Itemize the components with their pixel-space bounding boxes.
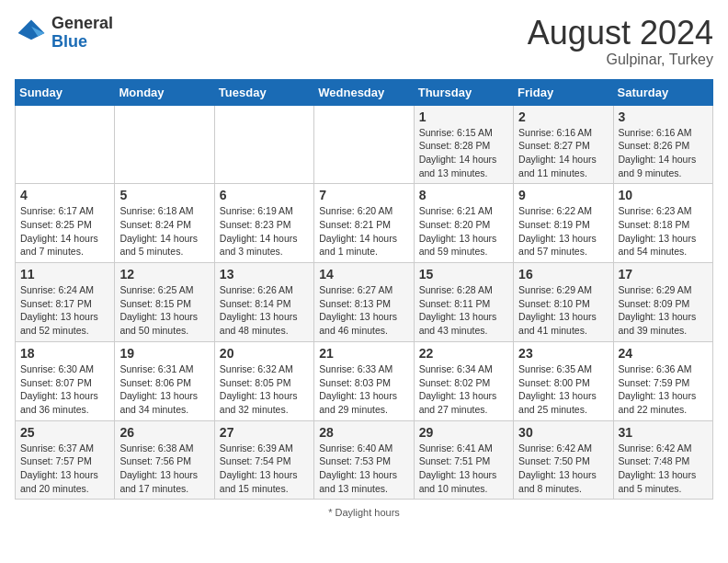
logo-text: General Blue	[51, 15, 113, 52]
calendar-cell: 3Sunrise: 6:16 AM Sunset: 8:26 PM Daylig…	[613, 105, 712, 184]
day-number: 10	[619, 188, 708, 202]
cell-info: Sunrise: 6:16 AM Sunset: 8:26 PM Dayligh…	[619, 126, 708, 180]
cell-info: Sunrise: 6:32 AM Sunset: 8:05 PM Dayligh…	[220, 362, 309, 417]
cell-info: Sunrise: 6:42 AM Sunset: 7:50 PM Dayligh…	[518, 442, 608, 496]
calendar-cell: 24Sunrise: 6:36 AM Sunset: 7:59 PM Dayli…	[613, 341, 712, 420]
cell-info: Sunrise: 6:18 AM Sunset: 8:24 PM Dayligh…	[119, 204, 209, 259]
day-header-sunday: Sunday	[16, 79, 115, 105]
calendar-cell	[314, 105, 414, 184]
calendar-cell: 25Sunrise: 6:37 AM Sunset: 7:57 PM Dayli…	[16, 420, 115, 500]
cell-info: Sunrise: 6:22 AM Sunset: 8:19 PM Dayligh…	[518, 204, 608, 259]
day-number: 1	[419, 109, 508, 124]
day-number: 18	[20, 346, 109, 361]
calendar-cell: 10Sunrise: 6:23 AM Sunset: 8:18 PM Dayli…	[613, 184, 712, 263]
cell-info: Sunrise: 6:34 AM Sunset: 8:02 PM Dayligh…	[419, 362, 508, 417]
cell-info: Sunrise: 6:21 AM Sunset: 8:20 PM Dayligh…	[419, 204, 508, 259]
calendar-cell: 26Sunrise: 6:38 AM Sunset: 7:56 PM Dayli…	[115, 420, 214, 500]
cell-info: Sunrise: 6:25 AM Sunset: 8:15 PM Dayligh…	[119, 283, 209, 338]
day-number: 12	[119, 267, 209, 282]
calendar-week-5: 25Sunrise: 6:37 AM Sunset: 7:57 PM Dayli…	[16, 420, 713, 500]
cell-info: Sunrise: 6:17 AM Sunset: 8:25 PM Dayligh…	[20, 204, 109, 259]
calendar-cell: 4Sunrise: 6:17 AM Sunset: 8:25 PM Daylig…	[16, 184, 115, 263]
title-block: August 2024 Gulpinar, Turkey	[528, 15, 713, 68]
logo-blue: Blue	[51, 32, 87, 51]
calendar-cell: 23Sunrise: 6:35 AM Sunset: 8:00 PM Dayli…	[514, 341, 613, 420]
calendar-cell: 27Sunrise: 6:39 AM Sunset: 7:54 PM Dayli…	[214, 420, 313, 500]
day-number: 3	[619, 109, 708, 124]
cell-info: Sunrise: 6:16 AM Sunset: 8:27 PM Dayligh…	[518, 126, 608, 180]
cell-info: Sunrise: 6:37 AM Sunset: 7:57 PM Dayligh…	[20, 442, 109, 496]
day-header-tuesday: Tuesday	[214, 79, 313, 105]
day-number: 16	[518, 267, 608, 282]
cell-info: Sunrise: 6:40 AM Sunset: 7:53 PM Dayligh…	[319, 442, 408, 496]
cell-info: Sunrise: 6:29 AM Sunset: 8:09 PM Dayligh…	[619, 283, 708, 338]
logo-icon	[15, 17, 48, 50]
day-number: 19	[119, 346, 209, 361]
day-number: 30	[518, 425, 608, 440]
day-number: 2	[518, 109, 608, 124]
cell-info: Sunrise: 6:29 AM Sunset: 8:10 PM Dayligh…	[518, 283, 608, 338]
day-number: 22	[419, 346, 508, 361]
day-number: 23	[518, 346, 608, 361]
cell-info: Sunrise: 6:15 AM Sunset: 8:28 PM Dayligh…	[419, 126, 508, 180]
calendar-cell: 12Sunrise: 6:25 AM Sunset: 8:15 PM Dayli…	[115, 263, 214, 342]
day-number: 7	[319, 188, 408, 202]
calendar-cell: 8Sunrise: 6:21 AM Sunset: 8:20 PM Daylig…	[414, 184, 513, 263]
day-header-saturday: Saturday	[613, 79, 712, 105]
logo-general: General	[51, 14, 113, 32]
cell-info: Sunrise: 6:28 AM Sunset: 8:11 PM Dayligh…	[419, 283, 508, 338]
calendar-cell: 18Sunrise: 6:30 AM Sunset: 8:07 PM Dayli…	[16, 341, 115, 420]
day-number: 13	[220, 267, 309, 282]
calendar-cell: 29Sunrise: 6:41 AM Sunset: 7:51 PM Dayli…	[414, 420, 513, 500]
calendar-cell: 20Sunrise: 6:32 AM Sunset: 8:05 PM Dayli…	[214, 341, 313, 420]
calendar-week-1: 1Sunrise: 6:15 AM Sunset: 8:28 PM Daylig…	[16, 105, 713, 184]
day-number: 6	[220, 188, 309, 202]
day-header-thursday: Thursday	[414, 79, 513, 105]
day-number: 24	[619, 346, 708, 361]
cell-info: Sunrise: 6:42 AM Sunset: 7:48 PM Dayligh…	[619, 442, 708, 496]
calendar-cell: 7Sunrise: 6:20 AM Sunset: 8:21 PM Daylig…	[314, 184, 414, 263]
day-number: 15	[419, 267, 508, 282]
calendar-cell: 17Sunrise: 6:29 AM Sunset: 8:09 PM Dayli…	[613, 263, 712, 342]
calendar-cell: 22Sunrise: 6:34 AM Sunset: 8:02 PM Dayli…	[414, 341, 513, 420]
logo: General Blue	[15, 15, 113, 52]
day-header-monday: Monday	[115, 79, 214, 105]
calendar-cell: 19Sunrise: 6:31 AM Sunset: 8:06 PM Dayli…	[115, 341, 214, 420]
calendar-cell: 1Sunrise: 6:15 AM Sunset: 8:28 PM Daylig…	[414, 105, 513, 184]
calendar-week-4: 18Sunrise: 6:30 AM Sunset: 8:07 PM Dayli…	[16, 341, 713, 420]
page-header: General Blue August 2024 Gulpinar, Turke…	[15, 15, 713, 68]
day-header-wednesday: Wednesday	[314, 79, 414, 105]
calendar-cell	[214, 105, 313, 184]
location: Gulpinar, Turkey	[528, 52, 713, 68]
day-number: 29	[419, 425, 508, 440]
cell-info: Sunrise: 6:19 AM Sunset: 8:23 PM Dayligh…	[220, 204, 309, 259]
calendar-table: SundayMondayTuesdayWednesdayThursdayFrid…	[15, 79, 713, 500]
calendar-cell: 15Sunrise: 6:28 AM Sunset: 8:11 PM Dayli…	[414, 263, 513, 342]
cell-info: Sunrise: 6:35 AM Sunset: 8:00 PM Dayligh…	[518, 362, 608, 417]
calendar-cell: 9Sunrise: 6:22 AM Sunset: 8:19 PM Daylig…	[514, 184, 613, 263]
cell-info: Sunrise: 6:24 AM Sunset: 8:17 PM Dayligh…	[20, 283, 109, 338]
svg-marker-0	[18, 19, 45, 40]
day-number: 28	[319, 425, 408, 440]
cell-info: Sunrise: 6:41 AM Sunset: 7:51 PM Dayligh…	[419, 442, 508, 496]
calendar-cell	[16, 105, 115, 184]
day-number: 4	[20, 188, 109, 202]
calendar-cell	[115, 105, 214, 184]
calendar-week-3: 11Sunrise: 6:24 AM Sunset: 8:17 PM Dayli…	[16, 263, 713, 342]
cell-info: Sunrise: 6:31 AM Sunset: 8:06 PM Dayligh…	[119, 362, 209, 417]
cell-info: Sunrise: 6:26 AM Sunset: 8:14 PM Dayligh…	[220, 283, 309, 338]
cell-info: Sunrise: 6:23 AM Sunset: 8:18 PM Dayligh…	[619, 204, 708, 259]
day-number: 9	[518, 188, 608, 202]
calendar-cell: 28Sunrise: 6:40 AM Sunset: 7:53 PM Dayli…	[314, 420, 414, 500]
day-number: 31	[619, 425, 708, 440]
calendar-cell: 30Sunrise: 6:42 AM Sunset: 7:50 PM Dayli…	[514, 420, 613, 500]
calendar-cell: 21Sunrise: 6:33 AM Sunset: 8:03 PM Dayli…	[314, 341, 414, 420]
day-number: 11	[20, 267, 109, 282]
cell-info: Sunrise: 6:30 AM Sunset: 8:07 PM Dayligh…	[20, 362, 109, 417]
day-header-friday: Friday	[514, 79, 613, 105]
calendar-cell: 6Sunrise: 6:19 AM Sunset: 8:23 PM Daylig…	[214, 184, 313, 263]
cell-info: Sunrise: 6:20 AM Sunset: 8:21 PM Dayligh…	[319, 204, 408, 259]
day-number: 21	[319, 346, 408, 361]
calendar-header-row: SundayMondayTuesdayWednesdayThursdayFrid…	[16, 79, 713, 105]
calendar-cell: 31Sunrise: 6:42 AM Sunset: 7:48 PM Dayli…	[613, 420, 712, 500]
